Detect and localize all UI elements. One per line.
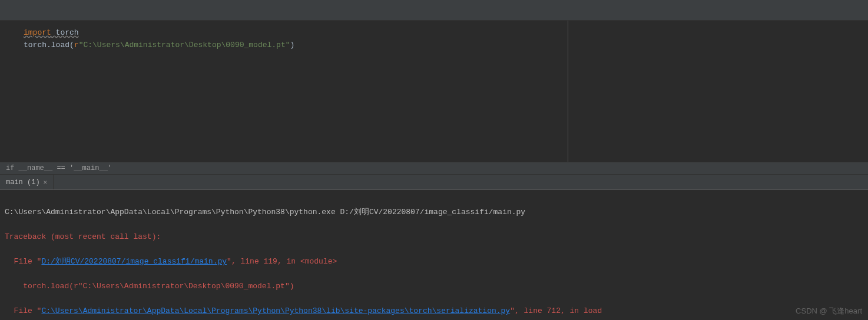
- frame-post: ", line 119, in <module>: [227, 257, 337, 266]
- close-icon[interactable]: ✕: [44, 178, 48, 186]
- code-text: ): [290, 41, 295, 49]
- console-tabs: main (1) ✕: [0, 175, 868, 190]
- traceback-header: Traceback (most recent call last):: [5, 231, 863, 243]
- keyword-import: import: [24, 28, 51, 37]
- watermark: CSDN @ 飞逢heart: [796, 306, 862, 316]
- code-editor-left[interactable]: import torch torch.load(r"C:\Users\Admin…: [0, 21, 568, 162]
- string-literal: "C:\Users\Administrator\Desktop\0090_mod…: [79, 41, 290, 49]
- breadcrumb[interactable]: if __name__ == '__main__': [0, 162, 868, 175]
- code-line: import torch: [24, 26, 568, 39]
- file-link[interactable]: C:\Users\Administrator\AppData\Local\Pro…: [41, 306, 510, 315]
- breadcrumb-text: if __name__ == '__main__': [6, 164, 112, 172]
- frame-pre: File ": [5, 257, 41, 266]
- module-torch: torch: [51, 28, 79, 37]
- code-line: torch.load(r"C:\Users\Administrator\Desk…: [24, 39, 568, 51]
- traceback-frame: File "C:\Users\Administrator\AppData\Loc…: [5, 305, 863, 317]
- frame-post: ", line 712, in load: [510, 306, 602, 315]
- code-text: torch.load(: [24, 41, 74, 49]
- file-link[interactable]: D:/刘明CV/20220807/image_classifi/main.py: [41, 257, 227, 266]
- tab-main[interactable]: main (1) ✕: [0, 175, 54, 189]
- tab-label: main (1): [6, 178, 40, 186]
- code-editor-right[interactable]: [568, 21, 868, 162]
- editor-top-strip: [0, 0, 868, 21]
- console-output[interactable]: C:\Users\Administrator\AppData\Local\Pro…: [0, 190, 868, 320]
- frame-pre: File ": [5, 306, 41, 315]
- frame-source: torch.load(r"C:\Users\Administrator\Desk…: [5, 280, 863, 292]
- console-command: C:\Users\Administrator\AppData\Local\Pro…: [5, 206, 863, 218]
- traceback-frame: File "D:/刘明CV/20220807/image_classifi/ma…: [5, 255, 863, 268]
- editor-area: import torch torch.load(r"C:\Users\Admin…: [0, 21, 868, 162]
- string-prefix: r: [74, 41, 79, 49]
